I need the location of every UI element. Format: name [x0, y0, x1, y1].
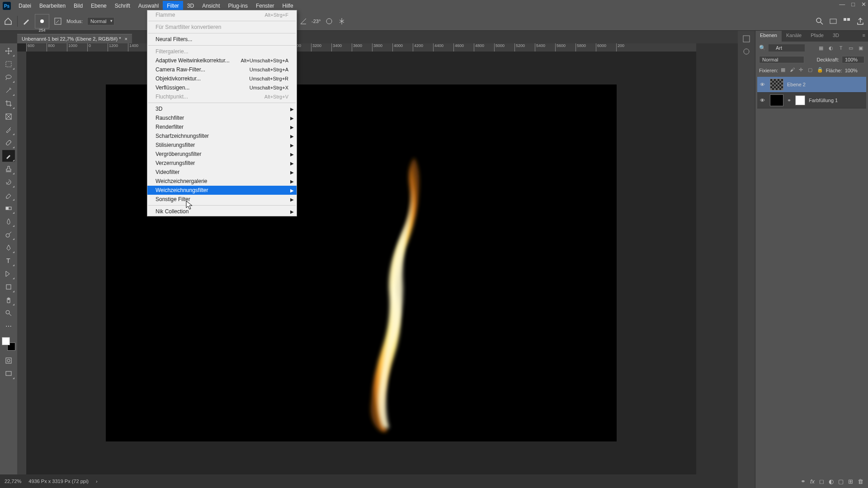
layer-blend-dropdown[interactable]: Normal — [759, 56, 804, 63]
workspace-icon[interactable] — [843, 17, 851, 25]
lock-position-icon[interactable]: ✛ — [799, 67, 805, 74]
brush-preview[interactable]: 254 — [35, 14, 49, 28]
marquee-tool[interactable] — [2, 58, 15, 70]
mask-icon[interactable]: ◻ — [819, 478, 824, 485]
doc-dimensions[interactable]: 4936 Px x 3319 Px (72 ppi) — [28, 479, 89, 484]
menu-3d[interactable]: 3D — [183, 1, 198, 11]
eraser-tool[interactable] — [2, 189, 15, 201]
type-tool[interactable]: T — [2, 255, 15, 267]
mask-thumbnail[interactable] — [795, 95, 805, 105]
menu-item[interactable]: Sonstige Filter▶ — [147, 195, 297, 204]
foreground-color[interactable] — [2, 337, 10, 345]
layer-row[interactable]: 👁 ⚭ Farbfüllung 1 — [757, 93, 866, 108]
menu-item[interactable]: Renderfilter▶ — [147, 122, 297, 131]
panel-icon-1[interactable] — [740, 33, 753, 45]
menu-item[interactable]: Stilisierungsfilter▶ — [147, 141, 297, 150]
blend-mode-dropdown[interactable]: Normal — [87, 17, 114, 25]
chevron-right-icon[interactable]: › — [96, 479, 98, 484]
menu-item[interactable]: Verzerrungsfilter▶ — [147, 159, 297, 168]
dodge-tool[interactable] — [2, 229, 15, 240]
lock-artboard-icon[interactable]: ▢ — [808, 67, 814, 74]
share-icon[interactable] — [856, 17, 864, 25]
group-icon[interactable]: ▢ — [838, 478, 844, 485]
screen-mode[interactable] — [2, 368, 15, 380]
visibility-icon[interactable]: 👁 — [760, 98, 766, 103]
quick-mask[interactable] — [2, 355, 15, 366]
link-layers-icon[interactable]: ⚭ — [801, 478, 806, 485]
ruler-horizontal[interactable]: 6008001000012001400160018002000220024002… — [26, 43, 696, 52]
pen-tool[interactable] — [2, 242, 15, 253]
filter-shape-icon[interactable]: ▭ — [847, 44, 854, 52]
layer-thumbnail[interactable] — [770, 94, 783, 106]
opacity-value[interactable]: 100% — [842, 56, 864, 63]
menu-fenster[interactable]: Fenster — [252, 1, 278, 11]
history-icon[interactable] — [829, 17, 837, 25]
new-layer-icon[interactable]: ⊞ — [848, 478, 853, 485]
hand-tool[interactable] — [2, 294, 15, 306]
menu-filter[interactable]: Filter — [163, 1, 183, 11]
filter-pixel-icon[interactable]: ▦ — [817, 44, 825, 52]
brush-tool[interactable] — [2, 150, 15, 162]
lock-transparency-icon[interactable]: ▦ — [781, 67, 787, 74]
menu-datei[interactable]: Datei — [14, 1, 35, 11]
brush-tool-icon[interactable] — [22, 17, 30, 25]
stamp-tool[interactable] — [2, 163, 15, 175]
frame-tool[interactable] — [2, 111, 15, 122]
ruler-vertical[interactable] — [17, 52, 26, 474]
pressure-opacity-icon[interactable] — [325, 17, 333, 25]
crop-tool[interactable] — [2, 98, 15, 109]
tab-pfade[interactable]: Pfade — [806, 31, 828, 42]
document-tab[interactable]: Unbenannt-1 bei 22,7% (Ebene 2, RGB/8#) … — [17, 34, 132, 43]
menu-hilfe[interactable]: Hilfe — [278, 1, 297, 11]
delete-icon[interactable]: 🗑 — [858, 478, 863, 485]
menu-bearbeiten[interactable]: Bearbeiten — [35, 1, 70, 11]
eyedropper-tool[interactable] — [2, 124, 15, 136]
menu-ebene[interactable]: Ebene — [87, 1, 111, 11]
shape-tool[interactable] — [2, 281, 15, 293]
home-icon[interactable] — [4, 17, 13, 26]
layer-name[interactable]: Ebene 2 — [787, 82, 806, 87]
symmetry-icon[interactable] — [338, 17, 346, 25]
canvas-viewport[interactable] — [26, 52, 696, 474]
lock-all-icon[interactable]: 🔒 — [817, 67, 823, 74]
filter-smart-icon[interactable]: ▣ — [857, 44, 864, 52]
panel-icon-2[interactable] — [740, 45, 753, 58]
wand-tool[interactable] — [2, 84, 15, 96]
edit-toolbar[interactable]: ⋯ — [2, 320, 15, 332]
menu-auswahl[interactable]: Auswahl — [134, 1, 163, 11]
tab-ebenen[interactable]: Ebenen — [755, 31, 782, 42]
layer-row[interactable]: 👁 Ebene 2 — [757, 77, 866, 93]
gradient-tool[interactable] — [2, 202, 15, 214]
search-icon[interactable] — [816, 17, 824, 25]
angle-value[interactable]: -23° — [311, 19, 321, 24]
menu-item[interactable]: 3D▶ — [147, 104, 297, 113]
tab-kanale[interactable]: Kanäle — [782, 31, 806, 42]
menu-bild[interactable]: Bild — [70, 1, 87, 11]
menu-item[interactable]: Weichzeichnergalerie▶ — [147, 177, 297, 186]
filter-type-icon[interactable]: T — [837, 44, 844, 52]
menu-plugins[interactable]: Plug-ins — [224, 1, 252, 11]
angle-icon[interactable] — [300, 18, 307, 25]
filter-adjust-icon[interactable]: ◐ — [827, 44, 835, 52]
menu-item[interactable]: Rauschfilter▶ — [147, 113, 297, 122]
maximize-button[interactable]: □ — [851, 1, 855, 8]
menu-item[interactable]: Verflüssigen...Umschalt+Strg+X — [147, 83, 297, 92]
menu-item[interactable]: Camera Raw-Filter...Umschalt+Strg+A — [147, 65, 297, 74]
fill-value[interactable]: 100% — [845, 68, 864, 73]
brush-panel-icon[interactable] — [54, 17, 62, 25]
move-tool[interactable] — [2, 45, 15, 57]
menu-item[interactable]: Scharfzeichnungsfilter▶ — [147, 131, 297, 141]
zoom-tool[interactable] — [2, 307, 15, 319]
menu-item[interactable]: Neural Filters... — [147, 35, 297, 44]
menu-item[interactable]: Videofilter▶ — [147, 168, 297, 177]
fx-icon[interactable]: fx — [810, 478, 815, 485]
lasso-tool[interactable] — [2, 71, 15, 83]
adjustment-icon[interactable]: ◐ — [829, 478, 834, 485]
menu-item[interactable]: Adaptive Weitwinkelkorrektur...Alt+Umsch… — [147, 56, 297, 65]
menu-schrift[interactable]: Schrift — [111, 1, 134, 11]
close-button[interactable]: ✕ — [861, 1, 866, 8]
lock-pixels-icon[interactable]: 🖌 — [790, 67, 796, 74]
history-brush-tool[interactable] — [2, 176, 15, 188]
path-tool[interactable] — [2, 268, 15, 280]
zoom-level[interactable]: 22,72% — [5, 479, 21, 484]
